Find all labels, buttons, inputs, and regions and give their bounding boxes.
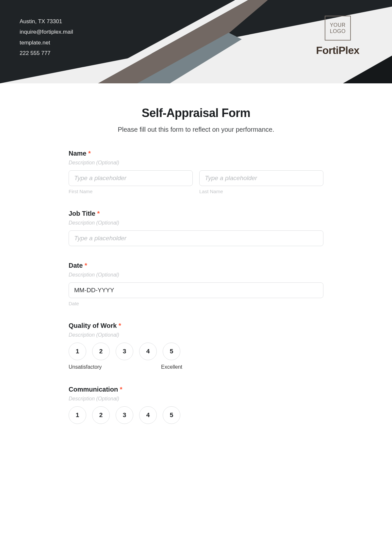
communication-description: Description (Optional) — [69, 396, 323, 402]
form-title: Self-Appraisal Form — [69, 106, 323, 120]
required-asterisk: * — [85, 262, 87, 269]
quality-low-caption: Unsatisfactory — [69, 364, 102, 370]
first-name-input[interactable] — [69, 170, 193, 186]
header-address: Austin, TX 73301 — [20, 16, 73, 27]
last-name-input[interactable] — [199, 170, 323, 186]
name-description: Description (Optional) — [69, 160, 323, 166]
brand-name: FortiPlex — [316, 44, 359, 57]
communication-rating-1[interactable]: 1 — [69, 406, 86, 424]
quality-rating-1[interactable]: 1 — [69, 343, 86, 360]
quality-label: Quality of Work * — [69, 322, 323, 329]
first-name-caption: First Name — [69, 189, 193, 194]
communication-rating-4[interactable]: 4 — [139, 406, 157, 424]
date-description: Description (Optional) — [69, 272, 323, 278]
header-phone: 222 555 777 — [20, 48, 73, 59]
logo-text: YOUR LOGO — [330, 22, 346, 34]
quality-rating-2[interactable]: 2 — [92, 343, 110, 360]
last-name-caption: Last Name — [199, 189, 323, 194]
quality-label-text: Quality of Work — [69, 322, 117, 329]
name-label: Name * — [69, 150, 323, 157]
field-job-title: Job Title * Description (Optional) — [69, 210, 323, 246]
field-name: Name * Description (Optional) First Name… — [69, 150, 323, 194]
logo-placeholder-icon: YOUR LOGO — [325, 16, 351, 41]
required-asterisk: * — [119, 322, 121, 329]
required-asterisk: * — [120, 386, 122, 393]
job-title-label-text: Job Title — [69, 210, 95, 217]
logo-block: YOUR LOGO FortiPlex — [316, 16, 359, 57]
communication-label: Communication * — [69, 386, 323, 393]
quality-rating-3[interactable]: 3 — [116, 343, 133, 360]
date-label: Date * — [69, 262, 323, 269]
date-value: MM-DD-YYYY — [74, 287, 114, 294]
communication-rating-2[interactable]: 2 — [92, 406, 110, 424]
job-title-description: Description (Optional) — [69, 220, 323, 226]
svg-marker-4 — [343, 56, 392, 83]
quality-rating-row: 1 2 3 4 5 — [69, 343, 323, 360]
date-input[interactable]: MM-DD-YYYY — [69, 282, 323, 298]
name-label-text: Name — [69, 150, 86, 157]
communication-label-text: Communication — [69, 386, 118, 393]
date-caption: Date — [69, 301, 323, 306]
communication-rating-3[interactable]: 3 — [116, 406, 133, 424]
date-label-text: Date — [69, 262, 83, 269]
quality-rating-captions: Unsatisfactory Excellent — [69, 364, 182, 370]
job-title-label: Job Title * — [69, 210, 323, 217]
quality-rating-5[interactable]: 5 — [163, 343, 180, 360]
form-subtitle: Please fill out this form to reflect on … — [69, 126, 323, 133]
communication-rating-5[interactable]: 5 — [163, 406, 180, 424]
header-contact-block: Austin, TX 73301 inquire@fortiplex.mail … — [20, 16, 73, 59]
quality-description: Description (Optional) — [69, 332, 323, 338]
quality-high-caption: Excellent — [161, 364, 182, 370]
header-email: inquire@fortiplex.mail — [20, 27, 73, 37]
header-website: template.net — [20, 38, 73, 48]
required-asterisk: * — [88, 150, 91, 157]
required-asterisk: * — [97, 210, 100, 217]
field-communication: Communication * Description (Optional) 1… — [69, 386, 323, 424]
field-quality: Quality of Work * Description (Optional)… — [69, 322, 323, 370]
job-title-input[interactable] — [69, 230, 323, 246]
form-container: Self-Appraisal Form Please fill out this… — [62, 83, 330, 437]
page-header: Austin, TX 73301 inquire@fortiplex.mail … — [0, 0, 392, 83]
quality-rating-4[interactable]: 4 — [139, 343, 157, 360]
field-date: Date * Description (Optional) MM-DD-YYYY… — [69, 262, 323, 306]
communication-rating-row: 1 2 3 4 5 — [69, 406, 323, 424]
